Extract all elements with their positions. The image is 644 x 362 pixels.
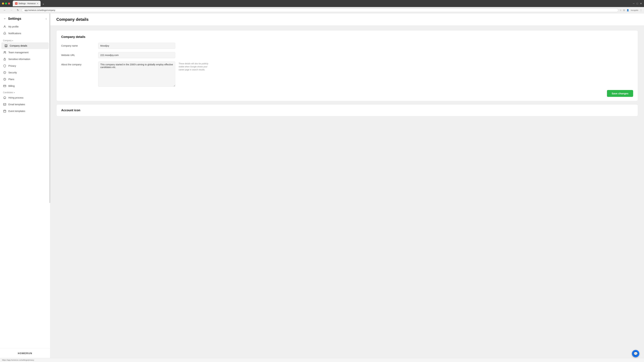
sidebar-scroll-indicator — [50, 13, 50, 358]
sidebar-item-notifications[interactable]: Notifications — [0, 30, 50, 37]
page-header: Company details — [50, 13, 644, 26]
candidates-section: Candidates ▾ Hiring process Email templa… — [0, 89, 50, 114]
sidebar-item-sensitive-information[interactable]: Sensitive information — [0, 56, 50, 62]
sidebar-item-my-profile[interactable]: My profile — [0, 23, 50, 30]
sidebar-item-label: Team management — [8, 51, 28, 54]
plans-icon — [3, 78, 6, 81]
privacy-icon — [3, 64, 6, 67]
svg-rect-7 — [4, 85, 6, 87]
nav-bar: ← → ↻ app.homerun.co/settings/company ☆ … — [0, 7, 644, 13]
about-company-row: About the company This company started i… — [61, 61, 633, 87]
homerun-logo: HOMERUN — [3, 352, 47, 355]
company-section: Company ▾ Company details Team managemen… — [0, 37, 50, 89]
sidebar-item-label: Plans — [8, 78, 14, 81]
sidebar-item-label: Notifications — [8, 32, 21, 35]
menu-icon[interactable]: ⋮ — [640, 9, 642, 11]
company-name-label: Company name — [61, 43, 95, 47]
chat-icon: 💬 — [634, 352, 638, 356]
sidebar-item-company-details[interactable]: Company details — [1, 42, 49, 49]
svg-point-3 — [5, 51, 6, 52]
main-content: Company details Company details Company … — [50, 13, 644, 358]
company-details-card: Company details Company name Website URL — [56, 30, 638, 101]
about-company-textarea[interactable]: This company started in the 2000's aimin… — [98, 61, 175, 87]
minimize-button[interactable] — [2, 2, 4, 4]
save-changes-button[interactable]: Save changes — [607, 90, 633, 97]
event-icon — [3, 109, 6, 113]
sidebar-footer: HOMERUN — [0, 349, 50, 358]
new-tab-button[interactable]: + — [41, 2, 46, 6]
card-title: Company details — [61, 35, 633, 39]
sidebar-item-label: Email templates — [8, 103, 25, 106]
back-to-app-button[interactable]: ← — [3, 17, 6, 20]
hiring-icon — [3, 96, 6, 99]
website-url-input-area — [98, 52, 633, 58]
sidebar-item-label: Privacy — [8, 64, 16, 67]
incognito-label: Incognito — [631, 9, 638, 11]
tab-close-button[interactable]: ✕ — [37, 2, 38, 5]
sidebar-item-security[interactable]: Security — [0, 69, 50, 76]
lock-icon — [3, 57, 6, 61]
sidebar-item-billing[interactable]: Billing — [0, 83, 50, 89]
active-tab[interactable]: H Settings · Homerun ✕ — [13, 1, 40, 6]
page-title: Company details — [56, 17, 638, 22]
svg-rect-12 — [4, 110, 6, 112]
svg-rect-4 — [4, 59, 6, 60]
candidates-section-label: Candidates ▾ — [0, 89, 50, 94]
sidebar-item-plans[interactable]: Plans — [0, 76, 50, 83]
person-icon — [3, 25, 6, 28]
sidebar-item-label: Sensitive information — [8, 58, 30, 60]
sidebar-item-team-management[interactable]: Team management — [0, 49, 50, 56]
sidebar-title-area: ← Settings — [3, 17, 21, 21]
sidebar-item-hiring-process[interactable]: Hiring process — [0, 94, 50, 101]
forward-nav-button[interactable]: → — [9, 8, 14, 12]
refresh-nav-button[interactable]: ↻ — [16, 8, 20, 12]
maximize-button[interactable] — [5, 2, 7, 4]
svg-rect-11 — [4, 103, 6, 105]
company-name-input-area — [98, 43, 633, 49]
window-controls — [2, 2, 10, 4]
reader-icon[interactable]: ⊡ — [623, 9, 625, 11]
sidebar-item-email-templates[interactable]: Email templates — [0, 101, 50, 108]
address-bar[interactable]: app.homerun.co/settings/company — [22, 8, 618, 12]
restore-icon[interactable]: □ — [636, 2, 638, 5]
website-url-input[interactable] — [98, 52, 175, 58]
status-bar: https://app.homerun.co/settings/privacy — [0, 358, 644, 362]
form-actions: Save changes — [61, 90, 633, 97]
close-button[interactable] — [8, 2, 10, 4]
tab-title: Settings · Homerun — [18, 2, 36, 5]
status-url: https://app.homerun.co/settings/privacy — [2, 359, 34, 361]
form-hint: These details will also be publicly visi… — [178, 61, 209, 71]
tab-favicon: H — [15, 2, 18, 5]
website-url-row: Website URL — [61, 52, 633, 58]
back-nav-button[interactable]: ← — [2, 8, 8, 12]
sidebar-item-label: Company details — [10, 44, 27, 47]
star-icon[interactable]: ☆ — [620, 9, 622, 11]
website-url-label: Website URL — [61, 52, 95, 56]
sidebar-item-label: Event templates — [8, 110, 25, 112]
billing-icon — [3, 84, 6, 88]
svg-point-8 — [4, 96, 6, 99]
window-action-buttons: ─ □ ✕ — [633, 2, 642, 5]
account-icon-card: Account icon — [56, 104, 638, 116]
sidebar-item-label: My profile — [8, 25, 18, 28]
content-area: Company details Company name Website URL — [50, 26, 644, 121]
sidebar-standalone-nav: My profile Notifications — [0, 23, 50, 37]
tab-bar: H Settings · Homerun ✕ + — [13, 1, 632, 6]
close-icon[interactable]: ✕ — [640, 2, 642, 5]
team-icon — [3, 51, 6, 54]
company-section-label: Company ▾ — [0, 37, 50, 42]
chat-widget-button[interactable]: 💬 — [632, 350, 639, 357]
minimize-icon[interactable]: ─ — [633, 2, 634, 5]
profile-icon[interactable]: 👤 — [626, 9, 629, 11]
browser-extras: ☆ ⊡ 👤 Incognito ⋮ — [620, 9, 642, 11]
about-company-label: About the company — [61, 61, 95, 66]
sidebar-collapse-button[interactable]: « — [46, 17, 47, 20]
email-icon — [3, 103, 6, 106]
sidebar-item-event-templates[interactable]: Event templates — [0, 108, 50, 114]
sidebar-item-label: Billing — [8, 85, 14, 87]
svg-point-2 — [4, 51, 5, 52]
company-name-input[interactable] — [98, 43, 175, 49]
sidebar: ← Settings « My profile Notifications — [0, 13, 50, 358]
sidebar-item-label: Hiring process — [8, 96, 23, 99]
sidebar-item-privacy[interactable]: Privacy — [0, 62, 50, 69]
